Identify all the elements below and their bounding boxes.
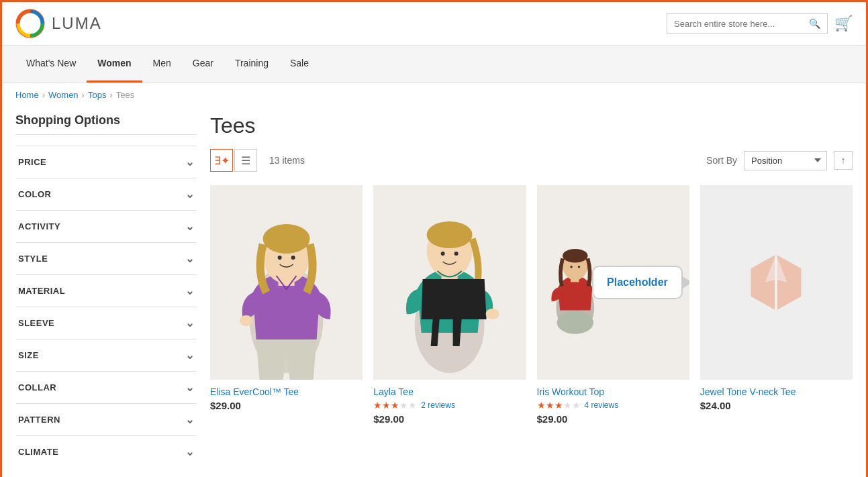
filter-header[interactable]: CLIMATE ⌄	[15, 436, 197, 468]
star-icon: ★	[391, 400, 399, 411]
breadcrumb-sep-2: ›	[82, 90, 85, 100]
filter-label: PATTERN	[18, 415, 60, 425]
breadcrumb-home[interactable]: Home	[15, 90, 39, 100]
filter-label: SLEEVE	[18, 318, 54, 328]
product-card[interactable]: Layla Tee ★★★★★ 2 reviews $29.00	[373, 185, 526, 427]
filter-list: PRICE ⌄ COLOR ⌄ ACTIVITY ⌄ STYLE ⌄ MATER…	[15, 146, 197, 468]
product-name[interactable]: Jewel Tone V-neck Tee	[700, 386, 853, 397]
sort-direction-button[interactable]: ↑	[834, 151, 853, 170]
nav-item-sale[interactable]: Sale	[279, 46, 320, 83]
cart-icon[interactable]: 🛒	[834, 15, 853, 32]
filter-group-color[interactable]: COLOR ⌄	[15, 178, 197, 210]
star-icon: ★	[572, 400, 581, 411]
filter-header[interactable]: SLEEVE ⌄	[15, 307, 197, 339]
sidebar-title: Shopping Options	[15, 113, 197, 135]
svg-point-11	[427, 221, 473, 248]
breadcrumb-women[interactable]: Women	[48, 90, 79, 100]
sidebar: Shopping Options PRICE ⌄ COLOR ⌄ ACTIVIT…	[15, 113, 197, 468]
chevron-down-icon: ⌄	[185, 317, 195, 329]
star-icon: ★	[537, 400, 546, 411]
filter-group-pattern[interactable]: PATTERN ⌄	[15, 403, 197, 435]
stars: ★★★★★	[373, 400, 417, 411]
filter-group-sleeve[interactable]: SLEEVE ⌄	[15, 307, 197, 339]
svg-point-14	[486, 309, 499, 319]
filter-header[interactable]: COLLAR ⌄	[15, 372, 197, 403]
svg-point-12	[441, 252, 445, 256]
filter-header[interactable]: MATERIAL ⌄	[15, 275, 197, 307]
filter-group-price[interactable]: PRICE ⌄	[15, 146, 197, 178]
filter-header[interactable]: PRICE ⌄	[15, 146, 197, 178]
breadcrumb-tops[interactable]: Tops	[88, 90, 106, 100]
star-icon: ★	[373, 400, 382, 411]
product-card[interactable]: Placeholder Iris Workout Top ★★★★★ 4 rev…	[537, 185, 689, 427]
logo-text: LUMA	[52, 14, 102, 33]
filter-group-activity[interactable]: ACTIVITY ⌄	[15, 210, 197, 242]
svg-point-18	[563, 249, 587, 262]
product-rating: ★★★★★ 2 reviews	[373, 400, 526, 411]
logo[interactable]: LUMA	[15, 9, 102, 38]
nav-item-gear[interactable]: Gear	[182, 46, 224, 83]
svg-point-19	[557, 311, 593, 334]
search-icon[interactable]: 🔍	[809, 18, 820, 29]
list-view-button[interactable]: ☰	[234, 149, 257, 172]
product-card[interactable]: Jewel Tone V-neck Tee $24.00	[700, 185, 853, 427]
main-content: Shopping Options PRICE ⌄ COLOR ⌄ ACTIVIT…	[2, 107, 866, 477]
placeholder-badge: Placeholder	[592, 266, 683, 299]
filter-label: ACTIVITY	[18, 221, 60, 231]
filter-label: PRICE	[18, 157, 46, 167]
nav-item-men[interactable]: Men	[142, 46, 182, 83]
svg-point-20	[570, 266, 572, 268]
product-name[interactable]: Iris Workout Top	[537, 386, 689, 397]
svg-rect-17	[570, 276, 578, 282]
product-image	[373, 185, 526, 380]
filter-label: STYLE	[18, 254, 48, 264]
main-nav: What's New Women Men Gear Training Sale	[2, 46, 866, 83]
grid-view-button[interactable]: ∃✦	[210, 149, 233, 172]
filter-header[interactable]: SIZE ⌄	[15, 339, 197, 371]
filter-group-size[interactable]: SIZE ⌄	[15, 339, 197, 371]
filter-group-collar[interactable]: COLLAR ⌄	[15, 371, 197, 403]
filter-label: CLIMATE	[18, 447, 58, 457]
review-count[interactable]: 4 reviews	[585, 401, 619, 410]
filter-group-style[interactable]: STYLE ⌄	[15, 242, 197, 274]
product-price: $24.00	[700, 400, 853, 411]
product-name[interactable]: Layla Tee	[373, 386, 526, 397]
nav-item-training[interactable]: Training	[224, 46, 279, 83]
star-icon: ★	[408, 400, 417, 411]
filter-header[interactable]: PATTERN ⌄	[15, 404, 197, 435]
product-image: Placeholder	[537, 185, 689, 380]
product-price: $29.00	[537, 413, 689, 425]
product-grid: Elisa EverCool™ Tee $29.00	[210, 185, 853, 427]
chevron-down-icon: ⌄	[185, 445, 195, 458]
review-count[interactable]: 2 reviews	[421, 401, 455, 410]
sort-select[interactable]: Position Product Name Price	[744, 151, 827, 170]
filter-label: SIZE	[18, 350, 39, 360]
star-icon: ★	[382, 400, 391, 411]
chevron-down-icon: ⌄	[185, 220, 195, 233]
star-icon: ★	[563, 400, 572, 411]
filter-header[interactable]: COLOR ⌄	[15, 178, 197, 210]
view-toggle: ∃✦ ☰	[210, 149, 257, 172]
search-box[interactable]: 🔍	[667, 13, 828, 34]
filter-header[interactable]: STYLE ⌄	[15, 243, 197, 274]
star-icon: ★	[399, 400, 408, 411]
svg-point-21	[577, 266, 579, 268]
filter-header[interactable]: ACTIVITY ⌄	[15, 211, 197, 242]
nav-item-whats-new[interactable]: What's New	[15, 46, 87, 83]
svg-point-7	[240, 315, 253, 326]
svg-point-4	[263, 224, 310, 254]
nav-item-women[interactable]: Women	[87, 46, 142, 83]
search-input[interactable]	[674, 19, 809, 29]
stars: ★★★★★	[537, 400, 581, 411]
product-card[interactable]: Elisa EverCool™ Tee $29.00	[210, 185, 363, 427]
product-name[interactable]: Elisa EverCool™ Tee	[210, 386, 363, 397]
svg-point-6	[291, 256, 295, 260]
filter-group-material[interactable]: MATERIAL ⌄	[15, 274, 197, 307]
chevron-down-icon: ⌄	[185, 284, 195, 297]
filter-label: COLLAR	[18, 382, 56, 392]
chevron-down-icon: ⌄	[185, 413, 195, 426]
svg-rect-3	[279, 272, 295, 286]
product-price: $29.00	[373, 413, 526, 425]
filter-group-climate[interactable]: CLIMATE ⌄	[15, 435, 197, 468]
product-image	[700, 185, 853, 380]
